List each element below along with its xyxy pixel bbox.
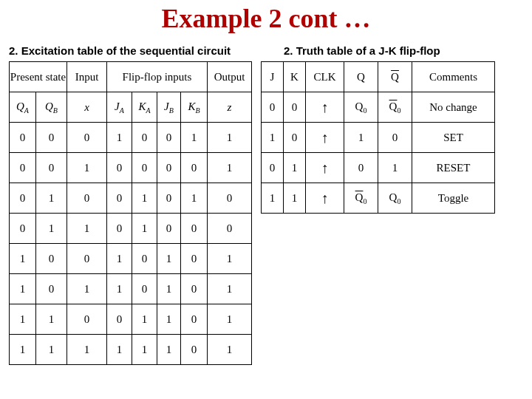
cell: 1 xyxy=(36,183,67,214)
table-row: 00100001 xyxy=(10,153,252,183)
table-row: 10110101 xyxy=(10,274,252,304)
cell: 1 xyxy=(67,153,107,183)
table-row: 11111101 xyxy=(10,335,252,365)
cell-clk: ↑ xyxy=(306,183,344,214)
table-row: 11↑Q0Q0Toggle xyxy=(262,183,495,214)
cell-k: 1 xyxy=(284,153,306,183)
col-header-qa: QA xyxy=(10,92,36,123)
cell: 0 xyxy=(132,274,157,304)
cell: 0 xyxy=(181,274,208,304)
cell: 1 xyxy=(67,335,107,365)
table-row: J K CLK Q Q Comments xyxy=(262,62,495,92)
cell-k: 0 xyxy=(284,92,306,123)
cell: 0 xyxy=(132,123,157,153)
cell-j: 0 xyxy=(262,92,284,123)
cell: 1 xyxy=(67,274,107,304)
cell: 0 xyxy=(181,153,208,183)
cell: 1 xyxy=(132,183,157,214)
cell: 0 xyxy=(181,214,208,244)
table-row: 10↑10SET xyxy=(262,123,495,153)
excitation-table: Present state Input Flip-flop inputs Out… xyxy=(9,61,252,365)
cell: 1 xyxy=(208,274,252,304)
group-header-input: Input xyxy=(67,62,107,92)
cell: 0 xyxy=(67,244,107,274)
cell-q: 0 xyxy=(344,153,378,183)
col-header-qb: QB xyxy=(36,92,67,123)
cell-q: Q0 xyxy=(344,92,378,123)
cell: 0 xyxy=(157,183,181,214)
cell: 0 xyxy=(208,214,252,244)
cell: 0 xyxy=(10,123,36,153)
cell: 0 xyxy=(67,304,107,335)
cell-j: 1 xyxy=(262,123,284,153)
cell: 0 xyxy=(208,183,252,214)
cell: 1 xyxy=(132,304,157,335)
cell-clk: ↑ xyxy=(306,153,344,183)
col-header-ka: KA xyxy=(132,92,157,123)
cell: 1 xyxy=(157,304,181,335)
cell: 0 xyxy=(10,214,36,244)
cell: 1 xyxy=(10,244,36,274)
cell: 1 xyxy=(107,274,132,304)
cell-comment: SET xyxy=(412,123,495,153)
cell: 0 xyxy=(157,153,181,183)
cell: 0 xyxy=(107,214,132,244)
cell: 1 xyxy=(132,335,157,365)
cell: 0 xyxy=(67,183,107,214)
cell: 0 xyxy=(181,335,208,365)
cell: 0 xyxy=(181,244,208,274)
table-row: 01101000 xyxy=(10,214,252,244)
table-row: QA QB x JA KA JB KB z xyxy=(10,92,252,123)
cell: 0 xyxy=(36,123,67,153)
col-header-qbar: Q xyxy=(378,62,412,92)
cell-j: 1 xyxy=(262,183,284,214)
up-arrow-icon: ↑ xyxy=(321,160,329,176)
cell-comment: No change xyxy=(412,92,495,123)
cell: 0 xyxy=(157,214,181,244)
caption-left: 2. Excitation table of the sequential ci… xyxy=(9,44,281,57)
cell-clk: ↑ xyxy=(306,92,344,123)
tables-container: Present state Input Flip-flop inputs Out… xyxy=(9,61,523,365)
col-header-q: Q xyxy=(344,62,378,92)
cell: 0 xyxy=(10,183,36,214)
cell: 0 xyxy=(107,183,132,214)
cell: 0 xyxy=(107,304,132,335)
cell: 0 xyxy=(132,153,157,183)
table-row: Present state Input Flip-flop inputs Out… xyxy=(10,62,252,92)
cell: 1 xyxy=(181,123,208,153)
up-arrow-icon: ↑ xyxy=(321,129,329,146)
table-row: 01001010 xyxy=(10,183,252,214)
cell: 0 xyxy=(132,244,157,274)
cell: 0 xyxy=(181,304,208,335)
col-header-comments: Comments xyxy=(412,62,495,92)
cell: 1 xyxy=(157,274,181,304)
cell: 1 xyxy=(107,244,132,274)
group-header-output: Output xyxy=(208,62,252,92)
truth-table: J K CLK Q Q Comments 00↑Q0Q0No change10↑… xyxy=(261,61,495,214)
group-header-present-state: Present state xyxy=(10,62,67,92)
cell: 1 xyxy=(157,335,181,365)
cell: 1 xyxy=(36,335,67,365)
cell: 1 xyxy=(208,304,252,335)
cell-q: 1 xyxy=(344,123,378,153)
col-header-x: x xyxy=(67,92,107,123)
cell: 1 xyxy=(67,214,107,244)
table-row: 11001101 xyxy=(10,304,252,335)
up-arrow-icon: ↑ xyxy=(321,99,329,115)
caption-right: 2. Truth table of a J-K flip-flop xyxy=(281,44,523,57)
cell: 1 xyxy=(157,244,181,274)
col-header-ja: JA xyxy=(107,92,132,123)
cell: 1 xyxy=(36,214,67,244)
group-header-ffinputs: Flip-flop inputs xyxy=(107,62,208,92)
cell: 0 xyxy=(107,153,132,183)
cell-q: Q0 xyxy=(378,92,412,123)
cell: 1 xyxy=(208,244,252,274)
cell: 0 xyxy=(36,153,67,183)
cell: 1 xyxy=(10,335,36,365)
table-row: 01↑01RESET xyxy=(262,153,495,183)
col-header-z: z xyxy=(208,92,252,123)
cell-k: 1 xyxy=(284,183,306,214)
cell: 1 xyxy=(10,274,36,304)
cell: 0 xyxy=(36,274,67,304)
cell: 1 xyxy=(36,304,67,335)
